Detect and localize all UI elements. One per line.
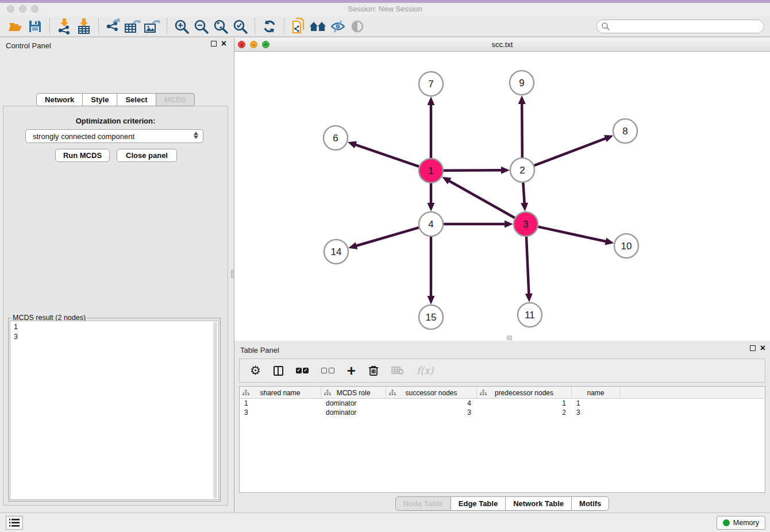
result-scrollbar[interactable] bbox=[213, 322, 217, 499]
tab-mcds[interactable]: MCDS bbox=[156, 93, 195, 106]
table-body: 1dominator4113dominator323 bbox=[240, 399, 765, 417]
control-panel: Control Panel × NetworkStyleSelectMCDS O… bbox=[0, 38, 231, 512]
main-titlebar: Session: New Session bbox=[0, 3, 770, 16]
cell-name[interactable]: 3 bbox=[572, 408, 620, 417]
zoom-fit-button[interactable] bbox=[211, 18, 230, 35]
export-table-button[interactable] bbox=[123, 18, 143, 35]
cell-MCDS-role[interactable]: dominator bbox=[321, 399, 386, 408]
float-panel-icon[interactable] bbox=[211, 41, 217, 47]
edge-1-2[interactable] bbox=[444, 170, 502, 171]
zoom-in-button[interactable] bbox=[172, 18, 191, 35]
task-history-button[interactable] bbox=[6, 516, 23, 530]
save-floppy-icon bbox=[28, 20, 42, 33]
tab-motifs[interactable]: Motifs bbox=[571, 496, 609, 511]
tab-select[interactable]: Select bbox=[117, 93, 156, 106]
table-row[interactable]: 3dominator323 bbox=[240, 408, 765, 417]
tab-node-table[interactable]: Node Table bbox=[395, 496, 451, 511]
column-label: MCDS role bbox=[337, 389, 371, 397]
column-header-shared-name[interactable]: shared name bbox=[240, 387, 321, 399]
clone-network-button[interactable] bbox=[289, 18, 309, 35]
toolbar-separator bbox=[167, 18, 167, 34]
zoom-in-icon bbox=[174, 19, 189, 34]
function-builder-button[interactable]: f(x) bbox=[417, 365, 433, 376]
canvas-scroll-handle[interactable] bbox=[507, 336, 512, 340]
open-folder-icon bbox=[8, 20, 23, 33]
close-table-panel-icon[interactable]: × bbox=[760, 345, 765, 351]
table-settings-button[interactable]: ⚙ bbox=[250, 365, 261, 376]
edge-4-14[interactable] bbox=[356, 228, 419, 246]
zoom-out-button[interactable] bbox=[191, 18, 211, 35]
table-tabs: Node TableEdge TableNetwork TableMotifs bbox=[234, 496, 770, 511]
mcds-result-group: MCDS result (2 nodes) 1 3 bbox=[8, 318, 221, 502]
close-panel-button[interactable]: Close panel bbox=[117, 149, 177, 162]
cell-shared-name[interactable]: 1 bbox=[240, 399, 321, 408]
edge-3-10[interactable] bbox=[538, 227, 606, 242]
edge-3-1[interactable] bbox=[448, 180, 514, 218]
arrowhead-icon bbox=[501, 167, 510, 174]
inactive-view-button[interactable] bbox=[348, 18, 367, 35]
arrowhead-icon bbox=[604, 135, 613, 142]
column-header-MCDS-role[interactable]: MCDS role bbox=[321, 387, 386, 399]
run-mcds-button[interactable]: Run MCDS bbox=[55, 149, 110, 162]
search-input[interactable] bbox=[596, 20, 764, 33]
table-row[interactable]: 1dominator411 bbox=[240, 399, 765, 408]
memory-button[interactable]: Memory bbox=[717, 516, 765, 530]
columns-icon bbox=[274, 366, 283, 376]
cell-shared-name[interactable]: 3 bbox=[240, 408, 321, 417]
cell-predecessor-nodes[interactable]: 2 bbox=[477, 408, 572, 417]
arrowhead-icon bbox=[505, 221, 513, 228]
node-table[interactable]: shared nameMCDS rolesuccessor nodesprede… bbox=[239, 386, 765, 493]
hide-panels-button[interactable] bbox=[328, 18, 348, 35]
cell-successor-nodes[interactable]: 3 bbox=[386, 408, 477, 417]
node-label-9: 9 bbox=[519, 78, 524, 88]
edge-1-6[interactable] bbox=[355, 144, 419, 166]
network-canvas[interactable]: 7968124314101511 bbox=[234, 52, 770, 341]
edge-2-8[interactable] bbox=[534, 138, 607, 165]
tab-network[interactable]: Network bbox=[36, 93, 83, 106]
edge-2-9[interactable] bbox=[522, 103, 522, 157]
deselect-all-button[interactable] bbox=[321, 368, 334, 373]
mcds-result-text[interactable]: 1 3 bbox=[10, 321, 219, 500]
export-table-icon bbox=[124, 18, 141, 34]
export-image-icon bbox=[144, 18, 161, 34]
session-home-button[interactable] bbox=[309, 18, 328, 35]
arrowhead-icon bbox=[348, 141, 357, 148]
column-header-name[interactable]: name bbox=[572, 387, 620, 399]
cell-successor-nodes[interactable]: 4 bbox=[386, 399, 477, 408]
hierarchy-icon bbox=[389, 390, 396, 396]
control-panel-title: Control Panel bbox=[6, 41, 51, 50]
tab-style[interactable]: Style bbox=[82, 93, 117, 106]
zoom-fit-icon bbox=[213, 19, 228, 34]
arrowhead-icon bbox=[428, 97, 435, 105]
add-row-button[interactable]: + bbox=[347, 365, 356, 376]
search-icon bbox=[601, 22, 610, 31]
export-network-button[interactable] bbox=[103, 18, 123, 35]
tab-network-table[interactable]: Network Table bbox=[505, 496, 572, 511]
close-panel-icon[interactable]: × bbox=[221, 41, 226, 47]
zoom-selected-button[interactable] bbox=[230, 18, 250, 35]
criterion-dropdown[interactable]: strongly connected component bbox=[25, 129, 203, 143]
select-all-button[interactable]: ✓ ✓ bbox=[296, 368, 309, 373]
cell-name[interactable]: 1 bbox=[572, 399, 620, 408]
column-header-successor-nodes[interactable]: successor nodes bbox=[386, 387, 477, 399]
import-network-button[interactable] bbox=[55, 18, 74, 35]
import-table-button[interactable] bbox=[74, 18, 94, 35]
export-image-button[interactable] bbox=[143, 18, 162, 35]
column-header-predecessor-nodes[interactable]: predecessor nodes bbox=[477, 387, 572, 399]
show-columns-button[interactable] bbox=[274, 366, 283, 376]
open-session-button[interactable] bbox=[6, 18, 25, 35]
save-session-button[interactable] bbox=[25, 18, 45, 35]
cell-predecessor-nodes[interactable]: 1 bbox=[477, 399, 572, 408]
node-label-7: 7 bbox=[428, 79, 433, 90]
edge-3-11[interactable] bbox=[526, 237, 529, 295]
delete-row-button[interactable] bbox=[368, 365, 379, 376]
edge-2-3[interactable] bbox=[523, 183, 524, 204]
cell-MCDS-role[interactable]: dominator bbox=[321, 408, 386, 417]
float-table-panel-icon[interactable] bbox=[750, 345, 756, 351]
tab-edge-table[interactable]: Edge Table bbox=[451, 496, 506, 511]
refresh-layout-button[interactable] bbox=[260, 18, 279, 35]
delete-table-button[interactable] bbox=[391, 366, 404, 375]
node-label-2: 2 bbox=[519, 165, 525, 176]
eye-slash-icon bbox=[330, 20, 346, 33]
import-table-icon bbox=[76, 18, 91, 34]
